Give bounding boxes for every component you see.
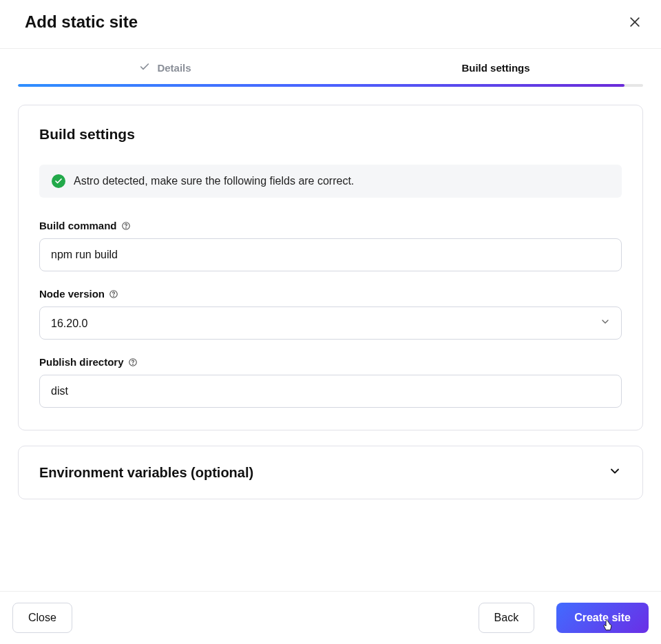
field-label: Node version xyxy=(39,288,622,300)
svg-point-7 xyxy=(132,364,133,364)
env-vars-title: Environment variables (optional) xyxy=(39,465,253,481)
publish-directory-field: Publish directory xyxy=(39,356,622,408)
back-button[interactable]: Back xyxy=(479,603,535,633)
svg-point-3 xyxy=(125,227,126,228)
build-settings-card: Build settings Astro detected, make sure… xyxy=(18,105,643,430)
notice-text: Astro detected, make sure the following … xyxy=(74,175,354,187)
build-command-field: Build command xyxy=(39,220,622,271)
card-title: Build settings xyxy=(39,126,622,143)
field-label: Build command xyxy=(39,220,622,231)
stepper: Details Build settings xyxy=(0,49,661,84)
dialog-header: Add static site xyxy=(0,0,661,49)
close-icon[interactable] xyxy=(628,15,642,29)
node-version-select-wrapper: 16.20.0 xyxy=(39,307,622,340)
content: Build settings Astro detected, make sure… xyxy=(0,87,661,499)
help-icon[interactable] xyxy=(121,221,131,231)
publish-directory-input[interactable] xyxy=(39,375,622,408)
progress-bar xyxy=(18,84,643,87)
check-icon xyxy=(139,61,150,74)
node-version-select[interactable]: 16.20.0 xyxy=(39,307,622,340)
dialog-title: Add static site xyxy=(25,12,138,32)
help-icon[interactable] xyxy=(128,357,138,367)
step-details[interactable]: Details xyxy=(0,49,330,84)
help-icon[interactable] xyxy=(109,289,118,299)
node-version-field: Node version 16.20.0 xyxy=(39,288,622,340)
footer-right: Back Create site xyxy=(479,603,649,633)
build-command-input[interactable] xyxy=(39,238,622,271)
check-circle-icon xyxy=(52,174,65,188)
step-label: Build settings xyxy=(461,62,529,74)
progress-fill xyxy=(18,84,625,87)
create-site-button[interactable]: Create site xyxy=(556,603,649,633)
field-label: Publish directory xyxy=(39,356,622,368)
close-button[interactable]: Close xyxy=(12,603,72,633)
chevron-down-icon xyxy=(608,464,622,481)
dialog-footer: Close Back Create site xyxy=(0,591,661,644)
env-vars-card[interactable]: Environment variables (optional) xyxy=(18,446,643,499)
step-build-settings[interactable]: Build settings xyxy=(330,49,661,84)
step-label: Details xyxy=(157,62,191,74)
svg-point-5 xyxy=(114,295,114,296)
detection-notice: Astro detected, make sure the following … xyxy=(39,165,622,198)
